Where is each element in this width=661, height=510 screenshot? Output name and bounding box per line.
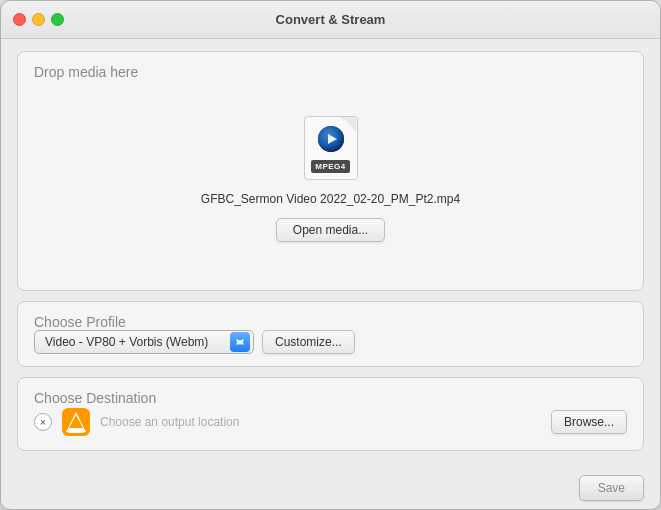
quicktime-icon [317, 125, 345, 153]
clear-destination-button[interactable]: × [34, 413, 52, 431]
close-button[interactable] [13, 13, 26, 26]
file-icon-bg: MPEG4 [304, 116, 358, 180]
svg-rect-7 [68, 431, 84, 433]
traffic-lights [13, 13, 64, 26]
window-title: Convert & Stream [276, 12, 386, 27]
open-media-button[interactable]: Open media... [276, 218, 385, 242]
vlc-icon [60, 406, 92, 438]
file-icon: MPEG4 [304, 116, 358, 180]
svg-rect-6 [69, 428, 83, 431]
titlebar: Convert & Stream [1, 1, 660, 39]
choose-destination-section: Choose Destination × Choose an output lo… [17, 377, 644, 451]
minimize-button[interactable] [32, 13, 45, 26]
file-type-label: MPEG4 [311, 160, 350, 173]
choose-profile-section: Choose Profile Video - VP80 + Vorbis (We… [17, 301, 644, 367]
drop-content: MPEG4 GFBC_Sermon Video 2022_02-20_PM_Pt… [34, 80, 627, 278]
main-content: Drop media here [1, 39, 660, 467]
browse-button[interactable]: Browse... [551, 410, 627, 434]
destination-section-label: Choose Destination [34, 390, 156, 406]
profile-section-label: Choose Profile [34, 314, 126, 330]
destination-row: × Choose an output location Browse... [34, 406, 627, 438]
bottom-bar: Save [1, 467, 660, 509]
profile-select[interactable]: Video - VP80 + Vorbis (Webm) Video - H.2… [34, 330, 254, 354]
save-button[interactable]: Save [579, 475, 644, 501]
maximize-button[interactable] [51, 13, 64, 26]
output-location-placeholder: Choose an output location [100, 413, 543, 431]
profile-select-wrapper: Video - VP80 + Vorbis (Webm) Video - H.2… [34, 330, 254, 354]
profile-row: Video - VP80 + Vorbis (Webm) Video - H.2… [34, 330, 627, 354]
drop-section-label: Drop media here [34, 64, 138, 80]
x-icon: × [40, 416, 46, 428]
filename: GFBC_Sermon Video 2022_02-20_PM_Pt2.mp4 [201, 192, 460, 206]
customize-button[interactable]: Customize... [262, 330, 355, 354]
drop-media-section[interactable]: Drop media here [17, 51, 644, 291]
main-window: Convert & Stream Drop media here [0, 0, 661, 510]
